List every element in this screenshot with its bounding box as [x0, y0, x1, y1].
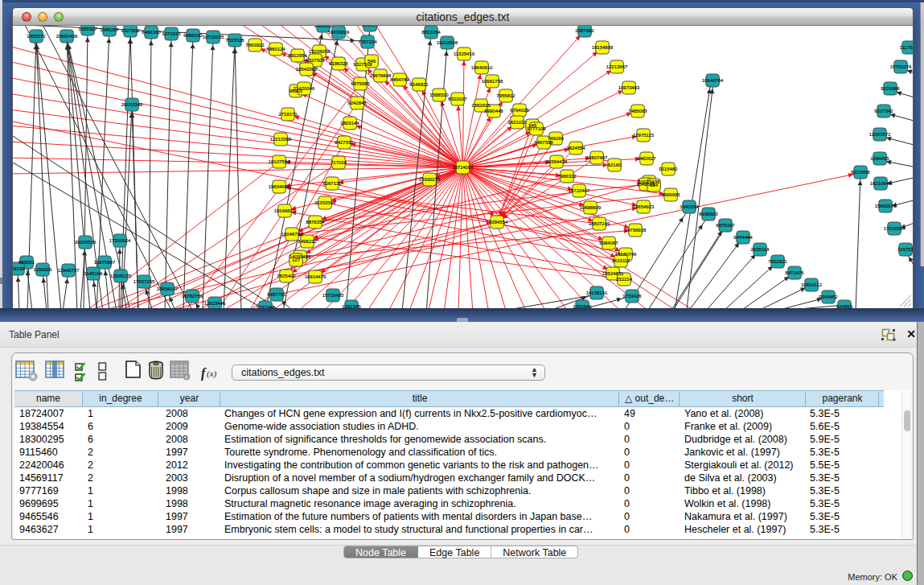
svg-text:1527602: 1527602 [121, 28, 140, 33]
svg-text:6466160: 6466160 [142, 30, 161, 35]
svg-text:9457791: 9457791 [267, 292, 286, 297]
svg-text:39159: 39159 [13, 266, 25, 271]
svg-text:12505135: 12505135 [110, 274, 132, 278]
svg-text:10807487: 10807487 [586, 155, 608, 160]
svg-text:12975115: 12975115 [633, 133, 655, 138]
svg-text:546: 546 [368, 59, 376, 64]
svg-text:10973493: 10973493 [618, 85, 640, 90]
svg-text:12213967: 12213967 [606, 64, 628, 69]
svg-text:16914479: 16914479 [305, 274, 326, 279]
svg-text:8267130: 8267130 [322, 181, 342, 186]
svg-text:10975887: 10975887 [94, 260, 116, 265]
svg-text:7955812: 7955812 [496, 93, 515, 98]
svg-text:16120746: 16120746 [615, 252, 637, 257]
svg-text:9474444: 9474444 [733, 235, 753, 240]
svg-text:20364436: 20364436 [546, 159, 568, 164]
svg-text:9242848: 9242848 [347, 101, 367, 105]
svg-text:19756928: 19756928 [625, 228, 647, 233]
svg-text:7485063: 7485063 [628, 109, 647, 113]
svg-text:11325419: 11325419 [454, 51, 475, 56]
svg-text:2935114: 2935114 [751, 247, 770, 252]
svg-text:8860124: 8860124 [266, 47, 285, 51]
svg-text:881305: 881305 [362, 26, 379, 27]
svg-text:10654112: 10654112 [801, 282, 823, 287]
svg-text:6497568: 6497568 [534, 140, 553, 145]
svg-text:8912954: 8912954 [288, 53, 307, 58]
svg-text:1640934: 1640934 [680, 204, 699, 209]
svg-text:2718170: 2718170 [278, 112, 298, 117]
svg-text:16543362: 16543362 [296, 67, 318, 72]
svg-text:10958107: 10958107 [157, 286, 179, 291]
svg-text:17016504: 17016504 [884, 226, 906, 231]
svg-text:664: 664 [650, 183, 659, 187]
svg-text:19166829: 19166829 [274, 208, 296, 213]
svg-text:6879197: 6879197 [716, 223, 735, 228]
svg-text:17957255: 17957255 [133, 279, 155, 284]
svg-text:1615112: 1615112 [612, 258, 631, 263]
svg-text:9115460: 9115460 [659, 167, 679, 171]
svg-text:9146821: 9146821 [409, 82, 429, 87]
svg-text:19218506: 19218506 [437, 40, 458, 45]
svg-text:127: 127 [292, 257, 301, 262]
svg-text:18807249: 18807249 [589, 221, 610, 226]
svg-text:21420046: 21420046 [294, 86, 315, 91]
svg-text:9245652: 9245652 [819, 295, 838, 299]
svg-text:11353594: 11353594 [314, 200, 336, 205]
svg-text:10688609: 10688609 [580, 205, 602, 210]
svg-text:10961758: 10961758 [482, 79, 503, 84]
svg-text:8878354: 8878354 [306, 220, 325, 225]
svg-text:19524851: 19524851 [602, 271, 624, 276]
svg-text:6794028: 6794028 [510, 108, 529, 113]
svg-text:1562615: 1562615 [471, 103, 491, 108]
svg-text:8454749: 8454749 [390, 77, 409, 82]
svg-text:15226058: 15226058 [309, 49, 331, 54]
svg-text:16210643: 16210643 [870, 181, 892, 186]
svg-text:9129966: 9129966 [881, 86, 900, 91]
svg-text:7663822: 7663822 [245, 43, 265, 47]
svg-text:12942757: 12942757 [58, 268, 80, 273]
svg-text:9084067: 9084067 [599, 241, 618, 245]
svg-text:8186328: 8186328 [329, 61, 348, 66]
svg-text:9875685: 9875685 [351, 81, 370, 86]
svg-text:8938923: 8938923 [699, 212, 718, 216]
svg-text:7515526: 7515526 [225, 38, 244, 43]
svg-text:8990448: 8990448 [484, 109, 503, 113]
svg-text:7625402: 7625402 [277, 274, 296, 278]
svg-text:15692971: 15692971 [875, 204, 897, 208]
svg-text:2803144: 2803144 [340, 121, 359, 126]
svg-text:14136141: 14136141 [586, 290, 608, 295]
svg-text:7986322: 7986322 [557, 174, 577, 179]
svg-text:15720407: 15720407 [569, 188, 590, 193]
svg-text:12213369: 12213369 [270, 137, 292, 142]
svg-text:1498222: 1498222 [298, 239, 317, 244]
svg-text:9327508: 9327508 [306, 58, 325, 63]
svg-text:985061: 985061 [18, 260, 35, 265]
svg-text:29676608: 29676608 [370, 73, 392, 78]
svg-text:1733426: 1733426 [622, 294, 642, 299]
svg-text:16033809: 16033809 [328, 30, 350, 35]
svg-text:19384554: 19384554 [487, 220, 508, 225]
svg-text:9777109: 9777109 [527, 126, 546, 131]
svg-text:19654923: 19654923 [633, 204, 655, 209]
svg-text:2687682: 2687682 [575, 28, 594, 33]
svg-text:f: f [201, 366, 207, 381]
svg-text:8322037: 8322037 [448, 97, 467, 101]
svg-text:15300275: 15300275 [419, 177, 441, 182]
svg-text:1117534: 1117534 [900, 45, 913, 50]
svg-text:8813054: 8813054 [421, 30, 441, 35]
svg-text:20206536: 20206536 [75, 240, 97, 245]
svg-text:1156829: 1156829 [34, 267, 53, 272]
svg-text:9227342: 9227342 [874, 109, 893, 113]
svg-text:16107554: 16107554 [269, 159, 290, 164]
svg-text:10719155: 10719155 [203, 35, 224, 39]
svg-text:1588520: 1588520 [429, 93, 449, 97]
svg-text:3624554: 3624554 [566, 146, 585, 150]
svg-text:12923446: 12923446 [204, 301, 226, 306]
svg-text:1244415: 1244415 [870, 156, 889, 161]
svg-text:9463627: 9463627 [637, 156, 656, 161]
svg-text:1603380: 1603380 [314, 26, 333, 28]
svg-text:20691406: 20691406 [56, 34, 78, 39]
svg-text:1145194: 1145194 [84, 271, 104, 276]
svg-text:16154808: 16154808 [592, 45, 614, 50]
svg-text:x: x [185, 374, 188, 380]
